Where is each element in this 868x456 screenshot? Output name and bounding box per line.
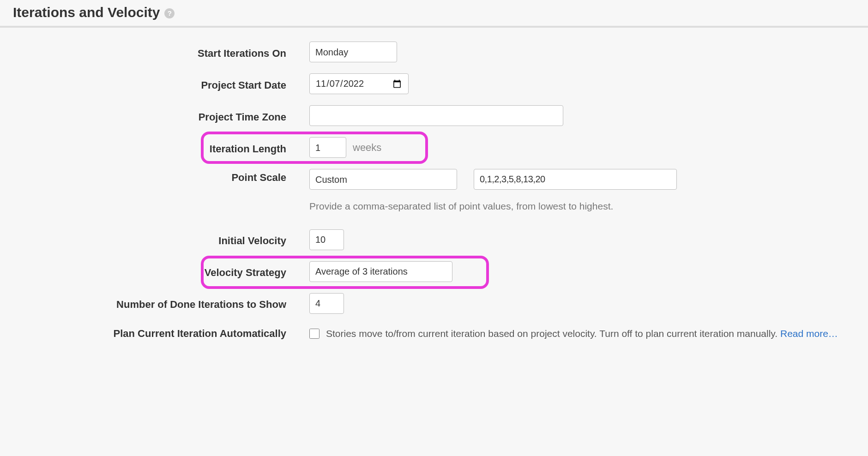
control-wrap: 1 weeks: [309, 137, 381, 158]
row-velocity-strategy: Velocity Strategy Average of 3 iteration…: [14, 261, 854, 282]
label-iteration-length: Iteration Length: [14, 140, 309, 155]
iteration-length-suffix: weeks: [353, 142, 381, 154]
select-project-time-zone[interactable]: [309, 105, 563, 126]
label-project-time-zone: Project Time Zone: [14, 108, 309, 123]
row-project-time-zone: Project Time Zone: [14, 105, 854, 126]
input-done-iterations[interactable]: [309, 293, 344, 314]
control-wrap: [309, 229, 344, 250]
select-iteration-length[interactable]: 1: [309, 137, 346, 158]
label-project-start-date: Project Start Date: [14, 77, 309, 91]
form-container: Start Iterations On Monday Project Start…: [0, 42, 868, 342]
control-wrap: Stories move to/from current iteration b…: [309, 325, 838, 343]
label-plan-auto: Plan Current Iteration Automatically: [14, 325, 309, 340]
control-wrap: Monday: [309, 42, 397, 62]
row-done-iterations: Number of Done Iterations to Show: [14, 293, 854, 314]
section-title: Iterations and Velocity: [13, 5, 160, 20]
select-velocity-strategy[interactable]: Average of 3 iterations: [309, 261, 452, 282]
read-more-link[interactable]: Read more…: [780, 328, 838, 339]
input-point-scale-custom[interactable]: [474, 169, 677, 190]
select-point-scale[interactable]: Custom: [309, 169, 457, 190]
checkbox-plan-auto[interactable]: [309, 329, 319, 339]
label-initial-velocity: Initial Velocity: [14, 232, 309, 247]
row-initial-velocity: Initial Velocity: [14, 229, 854, 250]
label-start-iterations-on: Start Iterations On: [14, 45, 309, 60]
plan-auto-text: Stories move to/from current iteration b…: [326, 328, 780, 339]
help-icon[interactable]: ?: [164, 8, 175, 18]
control-wrap: Custom Provide a comma-separated list of…: [309, 169, 677, 214]
point-scale-help-text: Provide a comma-separated list of point …: [309, 199, 677, 214]
row-iteration-length: Iteration Length 1 weeks: [14, 137, 854, 158]
control-wrap: Average of 3 iterations: [309, 261, 452, 282]
row-plan-auto: Plan Current Iteration Automatically Sto…: [14, 325, 854, 343]
row-start-iterations-on: Start Iterations On Monday: [14, 42, 854, 62]
control-wrap: [309, 73, 409, 94]
input-project-start-date[interactable]: [309, 73, 409, 94]
section-header: Iterations and Velocity ?: [0, 0, 868, 28]
row-point-scale: Point Scale Custom Provide a comma-separ…: [14, 169, 854, 214]
checkbox-wrap: Stories move to/from current iteration b…: [309, 325, 838, 343]
control-wrap: [309, 293, 344, 314]
control-wrap: [309, 105, 563, 126]
label-velocity-strategy: Velocity Strategy: [14, 264, 309, 279]
row-project-start-date: Project Start Date: [14, 73, 854, 94]
input-initial-velocity[interactable]: [309, 229, 344, 250]
select-start-iterations-on[interactable]: Monday: [309, 42, 397, 62]
label-done-iterations: Number of Done Iterations to Show: [14, 296, 309, 311]
label-point-scale: Point Scale: [14, 169, 309, 184]
plan-auto-description: Stories move to/from current iteration b…: [326, 325, 838, 343]
